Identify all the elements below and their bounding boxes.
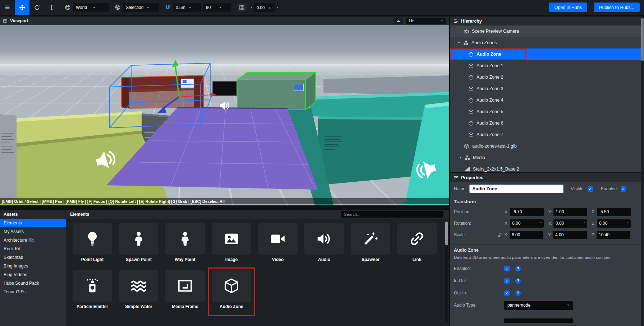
transform-pivot-select[interactable]: Selection: [123, 3, 159, 12]
asset-tile-link[interactable]: Link: [397, 223, 437, 262]
asset-source-bing-images[interactable]: Bing Images: [0, 262, 66, 270]
link-scale-icon[interactable]: [497, 233, 502, 237]
magnet-icon[interactable]: [165, 4, 171, 10]
hierarchy-item-audio-zone-7[interactable]: Audio Zone 7: [450, 129, 641, 140]
render-stats-button[interactable]: [394, 18, 403, 24]
asset-tile-spawn-point[interactable]: Spawn Point: [119, 223, 158, 262]
publish-to-hubs-button[interactable]: Publish to Hubs...: [594, 3, 640, 12]
hierarchy-item-scene-preview-camera[interactable]: Scene Preview Camera: [450, 25, 641, 37]
lightbulb-icon: [84, 230, 101, 247]
visible-label: Visible:: [571, 186, 584, 191]
name-input[interactable]: [469, 185, 564, 193]
hierarchy-item-audio-zone-2[interactable]: Audio Zone 2: [450, 71, 641, 83]
hierarchy-item-stairs[interactable]: Stairs_2x2x1.5_Base 2: [450, 163, 641, 172]
asset-tile-image[interactable]: Image: [212, 223, 251, 262]
rotation-x-input[interactable]: [512, 221, 539, 226]
position-x-input[interactable]: [512, 209, 542, 214]
az-enabled-checkbox[interactable]: [504, 266, 510, 271]
translate-tool-button[interactable]: [15, 0, 29, 15]
chevron-down-icon: [566, 303, 570, 307]
menu-button[interactable]: [0, 0, 15, 15]
hierarchy-item-label: Audio Zone 3: [477, 86, 503, 91]
open-in-hubs-button[interactable]: Open in Hubs: [549, 3, 587, 12]
hierarchy-item-audio-zone[interactable]: Audio Zone: [450, 48, 641, 60]
asset-tile-audio-zone[interactable]: Audio Zone: [212, 270, 251, 309]
rotate-tool-button[interactable]: [29, 0, 44, 15]
asset-tile-way-point[interactable]: Way Point: [165, 223, 205, 262]
hierarchy-item-media[interactable]: Media: [450, 152, 641, 163]
asset-source-elements[interactable]: Elements: [0, 219, 66, 227]
asset-tile-video[interactable]: Video: [258, 223, 298, 262]
asset-tile-particle-emitter[interactable]: Particle Emitter: [73, 270, 112, 309]
grid-height-increment-button[interactable]: [275, 3, 280, 12]
asset-source-rock-kit[interactable]: Rock Kit: [0, 244, 66, 253]
grid-height-input[interactable]: [257, 5, 267, 10]
translation-snap-select[interactable]: 0.5m: [173, 3, 201, 12]
cube-icon: [464, 144, 469, 149]
frame-icon: [177, 278, 193, 294]
grid-height-decrement-button[interactable]: [249, 3, 254, 12]
in-out-checkbox[interactable]: [504, 278, 510, 284]
out-in-checkbox[interactable]: [504, 290, 510, 296]
asset-tile-spawner[interactable]: Spawner: [351, 223, 390, 262]
clipped-input[interactable]: [504, 318, 573, 323]
scale-tool-button[interactable]: [44, 0, 59, 15]
asset-source-bing-videos[interactable]: Bing Videos: [0, 270, 66, 279]
enabled-checkbox[interactable]: [621, 186, 626, 192]
transform-space-select[interactable]: World: [73, 3, 109, 12]
scale-x-input[interactable]: [512, 232, 541, 237]
window-scrollbar-thumb[interactable]: [641, 18, 644, 61]
hierarchy-item-audio-zone-6[interactable]: Audio Zone 6: [450, 117, 641, 129]
image-icon: [223, 230, 240, 247]
hamburger-icon: [4, 4, 10, 10]
viewport-canvas[interactable]: [LMB] Orbit / Select | [MMB] Pan | [RMB]…: [0, 25, 449, 205]
hierarchy-title: Hierarchy: [461, 19, 482, 24]
hierarchy-item-audio-zone-3[interactable]: Audio Zone 3: [450, 83, 641, 94]
hierarchy-item-audio-zone-5[interactable]: Audio Zone 5: [450, 106, 641, 117]
grid-toggle-button[interactable]: [237, 3, 247, 12]
hierarchy-item-audio-zones-test-glb[interactable]: audio-zones-test-1.glb: [450, 140, 641, 152]
position-z-input[interactable]: [599, 209, 629, 214]
caret-right-icon[interactable]: [459, 156, 462, 159]
elements-grid: Point Light Spawn Point Way Point Image: [66, 219, 449, 326]
hierarchy-item-audio-zones[interactable]: Audio Zones: [450, 37, 641, 48]
render-mode-select[interactable]: Lit: [406, 18, 446, 24]
elements-scrollbar-thumb[interactable]: [445, 222, 448, 245]
cube-icon: [468, 109, 474, 115]
help-icon[interactable]: ?: [515, 266, 521, 271]
position-y-input[interactable]: [556, 209, 585, 214]
hierarchy-item-audio-zone-4[interactable]: Audio Zone 4: [450, 94, 641, 106]
asset-tile-simple-water[interactable]: Simple Water: [119, 270, 158, 309]
elements-scrollbar: [445, 222, 448, 323]
rotation-z-input[interactable]: [599, 221, 626, 226]
visible-checkbox[interactable]: [588, 186, 593, 192]
rotation-label: Rotation:: [454, 221, 503, 226]
asset-source-tenor-gifs[interactable]: Tenor GIFs: [0, 288, 66, 296]
in-out-label: In-Out:: [454, 278, 504, 283]
cube-icon: [468, 52, 474, 57]
help-icon[interactable]: ?: [515, 278, 521, 284]
asset-tile-point-light[interactable]: Point Light: [73, 223, 112, 262]
help-icon[interactable]: ?: [515, 290, 521, 296]
assets-content-title: Elements: [70, 212, 89, 217]
asset-tile-audio[interactable]: Audio: [304, 223, 344, 262]
hierarchy-item-label: Audio Zone 5: [477, 109, 503, 114]
asset-source-hubs-sound-pack[interactable]: Hubs Sound Pack: [0, 279, 66, 288]
audio-type-value: pannernode: [507, 303, 566, 308]
cube-icon: [468, 86, 474, 92]
audio-type-select[interactable]: pannernode: [504, 301, 573, 310]
asset-source-sketchfab[interactable]: Sketchfab: [0, 253, 66, 262]
rotation-snap-select[interactable]: 90°: [203, 3, 231, 12]
rotation-y-input[interactable]: [556, 221, 583, 226]
scale-z-input[interactable]: [599, 232, 628, 237]
scale-icon: [49, 4, 55, 11]
asset-source-architecture-kit[interactable]: Architecture Kit: [0, 236, 66, 244]
asset-tile-media-frame[interactable]: Media Frame: [165, 270, 205, 309]
assets-panel-title: Assets: [0, 210, 66, 219]
asset-source-my-assets[interactable]: My Assets: [0, 227, 66, 236]
cube-icon: [468, 121, 474, 126]
scale-y-input[interactable]: [555, 232, 585, 237]
hierarchy-item-audio-zone-1[interactable]: Audio Zone 1: [450, 60, 641, 71]
search-input[interactable]: [341, 211, 443, 218]
caret-down-icon[interactable]: [457, 41, 461, 45]
